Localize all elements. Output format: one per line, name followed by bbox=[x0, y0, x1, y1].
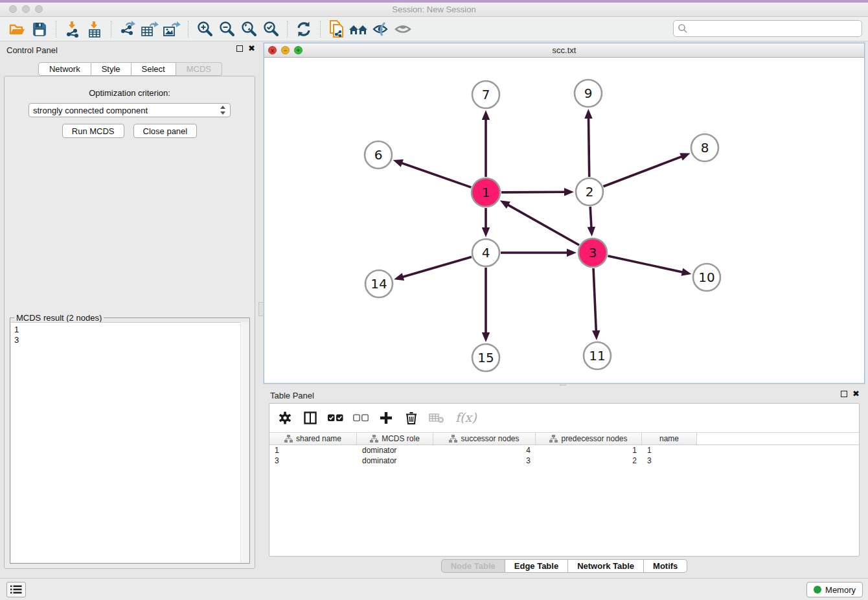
import-table-button[interactable] bbox=[84, 19, 106, 39]
column-header-MCDS-role[interactable]: MCDS role bbox=[357, 433, 433, 444]
graph-node-label: 9 bbox=[584, 86, 593, 101]
refresh-button[interactable] bbox=[293, 19, 315, 39]
edge-arrowhead bbox=[584, 109, 592, 119]
tab-network-table[interactable]: Network Table bbox=[568, 559, 644, 573]
window-title: Session: New Session bbox=[0, 5, 868, 14]
close-table-panel-icon[interactable]: ✖ bbox=[852, 391, 860, 397]
export-image-button[interactable] bbox=[161, 19, 183, 39]
table-row[interactable]: 1dominator411 bbox=[269, 445, 859, 456]
zoom-out-button[interactable] bbox=[216, 19, 238, 39]
edge-arrowhead bbox=[681, 268, 692, 276]
tab-style[interactable]: Style bbox=[91, 62, 131, 76]
table-cell[interactable]: 3 bbox=[642, 456, 697, 466]
column-header-successor-nodes[interactable]: successor nodes bbox=[433, 433, 536, 444]
edge-3-11[interactable] bbox=[593, 268, 596, 332]
zoom-fit-button[interactable] bbox=[238, 19, 260, 39]
deselect-all-button[interactable] bbox=[353, 410, 369, 426]
search-input[interactable] bbox=[688, 22, 862, 35]
select-all-icon bbox=[328, 413, 343, 422]
edge-2-9[interactable] bbox=[588, 117, 589, 177]
edge-2-3[interactable] bbox=[590, 207, 591, 229]
import-network-button[interactable] bbox=[62, 19, 84, 39]
column-header-shared-name[interactable]: shared name bbox=[269, 433, 357, 444]
result-scrollbar[interactable] bbox=[240, 322, 249, 562]
tab-motifs[interactable]: Motifs bbox=[644, 559, 687, 573]
run-mcds-button[interactable]: Run MCDS bbox=[62, 124, 124, 138]
table-cell[interactable]: 3 bbox=[269, 456, 357, 466]
svg-text:f(x): f(x) bbox=[455, 410, 477, 424]
column-header-label: successor nodes bbox=[461, 434, 519, 443]
open-session-button[interactable] bbox=[6, 19, 29, 39]
network-window-titlebar[interactable]: x − + scc.txt bbox=[264, 43, 864, 58]
network-canvas[interactable]: 7968124314101511 bbox=[264, 58, 864, 383]
search-field[interactable] bbox=[673, 20, 862, 37]
save-disk-icon bbox=[32, 21, 47, 37]
table-body: 1dominator4113dominator323 bbox=[269, 445, 859, 466]
delete-column-button[interactable] bbox=[404, 410, 419, 426]
graph-node-label: 7 bbox=[482, 87, 490, 102]
table-cell[interactable]: dominator bbox=[357, 456, 433, 466]
search-icon bbox=[678, 23, 688, 34]
task-history-button[interactable] bbox=[6, 582, 26, 597]
graph-node-label: 6 bbox=[374, 147, 383, 163]
table-cell[interactable]: 4 bbox=[433, 445, 536, 456]
tab-select[interactable]: Select bbox=[131, 62, 176, 76]
table-settings-button[interactable] bbox=[277, 410, 293, 426]
hide-panel-button[interactable] bbox=[370, 19, 392, 39]
edge-3-1[interactable] bbox=[507, 204, 579, 245]
split-pane-button[interactable] bbox=[303, 410, 318, 426]
zoom-selected-button[interactable] bbox=[260, 19, 282, 39]
toolbar-separator bbox=[111, 21, 111, 38]
network-window-title: scc.txt bbox=[264, 45, 864, 55]
edge-1-6[interactable] bbox=[400, 163, 471, 187]
home-layout-button[interactable] bbox=[348, 19, 370, 39]
float-panel-icon[interactable] bbox=[236, 45, 243, 52]
edge-2-8[interactable] bbox=[603, 156, 683, 187]
mcds-result-text[interactable]: 1 3 bbox=[11, 322, 249, 562]
edge-4-14[interactable] bbox=[402, 257, 472, 277]
show-panel-button[interactable] bbox=[392, 19, 414, 39]
tab-node-table[interactable]: Node Table bbox=[441, 559, 505, 573]
tab-edge-table[interactable]: Edge Table bbox=[505, 559, 568, 573]
edge-arrowhead bbox=[482, 227, 490, 237]
tab-network[interactable]: Network bbox=[38, 62, 91, 76]
table-row[interactable]: 3dominator323 bbox=[269, 456, 859, 466]
delete-table-icon bbox=[429, 412, 444, 424]
table-cell[interactable]: 3 bbox=[433, 456, 536, 466]
zoom-selected-icon bbox=[262, 21, 279, 38]
table-cell[interactable]: 1 bbox=[536, 445, 642, 456]
export-table-icon bbox=[141, 21, 159, 38]
vertical-splitter-handle[interactable] bbox=[258, 302, 264, 316]
network-graph[interactable]: 7968124314101511 bbox=[264, 58, 864, 383]
select-all-button[interactable] bbox=[328, 410, 343, 426]
float-table-panel-icon[interactable] bbox=[841, 391, 847, 397]
table-cell[interactable]: dominator bbox=[357, 445, 433, 456]
export-network-button[interactable] bbox=[117, 19, 139, 39]
deselect-all-icon bbox=[353, 413, 369, 422]
criterion-value: strongly connected component bbox=[33, 106, 220, 115]
memory-button[interactable]: Memory bbox=[806, 582, 863, 597]
column-header-name[interactable]: name bbox=[642, 433, 697, 444]
toolbar-separator bbox=[188, 21, 188, 38]
home-icon bbox=[348, 21, 369, 37]
memory-label: Memory bbox=[825, 585, 856, 595]
criterion-dropdown[interactable]: strongly connected component bbox=[29, 103, 231, 117]
tab-mcds[interactable]: MCDS bbox=[176, 62, 222, 76]
zoom-out-icon bbox=[218, 21, 235, 38]
export-table-button[interactable] bbox=[139, 19, 161, 39]
column-header-predecessor-nodes[interactable]: predecessor nodes bbox=[536, 433, 642, 444]
table-panel: Table Panel ✖ bbox=[264, 387, 865, 575]
graph-node-label: 11 bbox=[589, 348, 605, 363]
table-cell[interactable]: 1 bbox=[642, 445, 697, 456]
close-panel-button[interactable]: Close panel bbox=[133, 124, 198, 138]
clone-network-button[interactable] bbox=[326, 19, 348, 39]
zoom-in-button[interactable] bbox=[194, 19, 216, 39]
edge-1-2[interactable] bbox=[501, 192, 566, 192]
save-session-button[interactable] bbox=[29, 19, 51, 39]
close-panel-icon[interactable]: ✖ bbox=[248, 45, 255, 52]
add-column-button[interactable] bbox=[378, 410, 394, 426]
toolbar-separator bbox=[56, 21, 56, 38]
table-cell[interactable]: 1 bbox=[269, 445, 357, 456]
edge-3-10[interactable] bbox=[608, 256, 683, 272]
table-cell[interactable]: 2 bbox=[536, 456, 642, 466]
